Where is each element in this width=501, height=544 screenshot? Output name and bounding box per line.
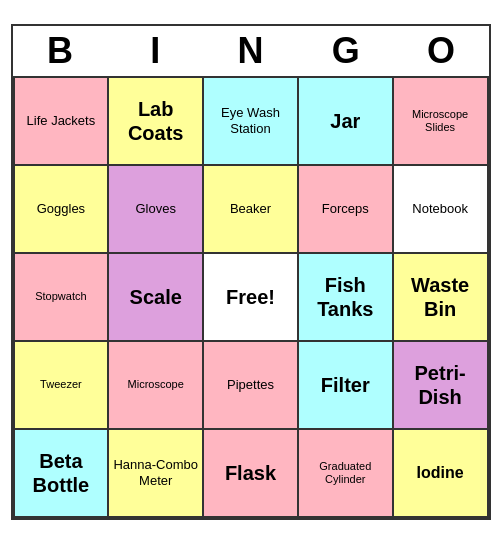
- cell-9[interactable]: Notebook: [394, 166, 489, 254]
- cell-2[interactable]: Eye Wash Station: [204, 78, 299, 166]
- cell-1[interactable]: Lab Coats: [109, 78, 204, 166]
- cell-10[interactable]: Stopwatch: [15, 254, 110, 342]
- bingo-card: B I N G O Life JacketsLab CoatsEye Wash …: [11, 24, 491, 520]
- header-o: O: [393, 26, 488, 76]
- cell-19[interactable]: Petri-Dish: [394, 342, 489, 430]
- cell-5[interactable]: Goggles: [15, 166, 110, 254]
- cell-7[interactable]: Beaker: [204, 166, 299, 254]
- cell-6[interactable]: Gloves: [109, 166, 204, 254]
- header-i: I: [108, 26, 203, 76]
- header-b: B: [13, 26, 108, 76]
- header-g: G: [298, 26, 393, 76]
- cell-18[interactable]: Filter: [299, 342, 394, 430]
- cell-24[interactable]: Iodine: [394, 430, 489, 518]
- cell-3[interactable]: Jar: [299, 78, 394, 166]
- cell-14[interactable]: Waste Bin: [394, 254, 489, 342]
- cell-8[interactable]: Forceps: [299, 166, 394, 254]
- bingo-grid: Life JacketsLab CoatsEye Wash StationJar…: [13, 76, 489, 518]
- cell-15[interactable]: Tweezer: [15, 342, 110, 430]
- cell-4[interactable]: Microscope Slides: [394, 78, 489, 166]
- bingo-header: B I N G O: [13, 26, 489, 76]
- cell-21[interactable]: Hanna-Combo Meter: [109, 430, 204, 518]
- cell-13[interactable]: Fish Tanks: [299, 254, 394, 342]
- cell-23[interactable]: Graduated Cylinder: [299, 430, 394, 518]
- cell-20[interactable]: Beta Bottle: [15, 430, 110, 518]
- cell-22[interactable]: Flask: [204, 430, 299, 518]
- cell-17[interactable]: Pipettes: [204, 342, 299, 430]
- header-n: N: [203, 26, 298, 76]
- cell-16[interactable]: Microscope: [109, 342, 204, 430]
- cell-12[interactable]: Free!: [204, 254, 299, 342]
- cell-11[interactable]: Scale: [109, 254, 204, 342]
- cell-0[interactable]: Life Jackets: [15, 78, 110, 166]
